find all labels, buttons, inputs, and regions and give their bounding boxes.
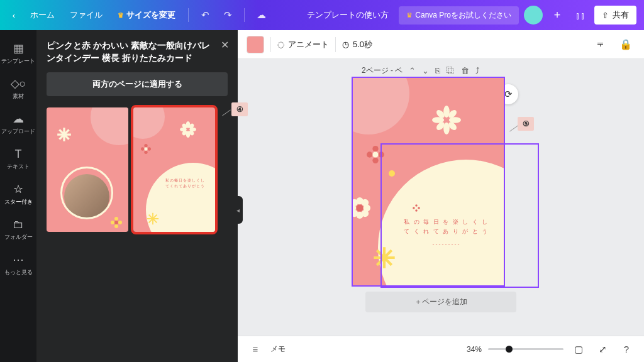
animate-button[interactable]: ◌アニメート: [277, 39, 329, 50]
redo-icon[interactable]: ↷: [219, 6, 236, 24]
animate-icon: ◌: [277, 40, 284, 49]
shapes-icon: ◇○: [11, 77, 26, 90]
back-icon[interactable]: ‹: [8, 11, 20, 20]
crown-icon: ♛: [406, 11, 413, 19]
chevron-up-icon[interactable]: ⌃: [409, 66, 416, 75]
invite-button[interactable]: +: [548, 6, 567, 25]
home-link[interactable]: ホーム: [25, 7, 60, 23]
svg-point-32: [356, 204, 363, 211]
canvas-area: ◌アニメート ◷5.0秒 ⫧ 🔒 2ページ - ペ ⌃ ⌄ ⎘ ⿻ 🗑 ⤴ ⟳: [238, 30, 644, 362]
svg-point-15: [144, 150, 147, 153]
svg-point-44: [413, 207, 415, 209]
trash-icon[interactable]: 🗑: [461, 66, 469, 75]
svg-point-38: [362, 199, 369, 206]
svg-point-17: [148, 147, 151, 150]
template-usage-link[interactable]: テンプレートの使い方: [302, 7, 394, 23]
pro-button[interactable]: ♛Canva Proをお試しください: [399, 6, 519, 25]
context-toolbar: ◌アニメート ◷5.0秒 ⫧ 🔒: [238, 30, 644, 59]
zoom-value[interactable]: 34%: [467, 345, 482, 354]
grid-icon: ▦: [13, 41, 24, 55]
cloud-icon[interactable]: ☁: [252, 6, 270, 24]
chevron-down-icon[interactable]: ⌄: [422, 66, 429, 75]
svg-point-0: [114, 221, 118, 224]
canvas-page[interactable]: 私 の 毎 日 を 楽 し く し て く れ て あ り が と う ----…: [353, 78, 504, 285]
card-dots: ---------: [397, 239, 496, 249]
svg-point-45: [418, 207, 420, 209]
template-thumb-2[interactable]: 私の毎日を楽しくしてくれてありがとう: [133, 107, 215, 232]
add-page-button[interactable]: ＋ページを追加: [365, 292, 516, 312]
undo-icon[interactable]: ↶: [196, 6, 214, 24]
svg-point-27: [372, 146, 378, 151]
annotation-5: ⑤: [518, 117, 534, 131]
rail-elements[interactable]: ◇○素材: [1, 72, 35, 106]
crown-icon: ♛: [118, 11, 124, 19]
svg-point-1: [114, 217, 118, 221]
resize-button[interactable]: ♛サイズを変更: [113, 7, 180, 23]
memo-button[interactable]: メモ: [270, 344, 286, 354]
page-count-icon[interactable]: ▢: [570, 341, 587, 358]
apply-both-button[interactable]: 両方のページに適用する: [47, 72, 228, 96]
notes-icon[interactable]: ≡: [247, 341, 264, 358]
panel-title: ピンクと赤 かわいい 素敵な一般向けバレンタインデー 横長 折りたたみカード: [47, 39, 228, 65]
svg-point-29: [367, 151, 372, 157]
text-icon: T: [15, 148, 22, 161]
fill-color-button[interactable]: [247, 36, 264, 53]
more-icon: ⋯: [13, 253, 24, 266]
side-rail: ▦テンプレート ◇○素材 ☁アップロード Tテキスト ☆スター付き 🗀フォルダー…: [0, 30, 36, 362]
rail-more[interactable]: ⋯もっと見る: [1, 248, 35, 282]
svg-point-4: [118, 221, 122, 224]
svg-point-41: [415, 207, 418, 209]
svg-point-13: [144, 147, 147, 150]
stage[interactable]: 2ページ - ペ ⌃ ⌄ ⎘ ⿻ 🗑 ⤴ ⟳ 私 の 毎 日 を 楽 し く: [238, 59, 644, 336]
svg-point-42: [415, 204, 418, 207]
clock-icon: ◷: [342, 40, 349, 49]
help-icon[interactable]: ?: [618, 341, 635, 358]
star-icon: ☆: [13, 182, 23, 196]
fullscreen-icon[interactable]: ⤢: [594, 341, 611, 358]
card-text-line1[interactable]: 私 の 毎 日 を 楽 し く し: [397, 217, 496, 227]
close-icon[interactable]: ✕: [221, 39, 229, 51]
svg-point-30: [379, 151, 384, 157]
insights-icon[interactable]: ⫿⫿: [572, 6, 589, 24]
upload-page-icon[interactable]: ⤴: [475, 66, 480, 75]
svg-point-2: [114, 224, 118, 228]
svg-point-28: [372, 158, 378, 163]
zoom-slider[interactable]: [488, 348, 564, 350]
share-icon: ⇧: [602, 11, 609, 20]
svg-point-3: [111, 221, 114, 224]
duplicate-icon[interactable]: ⿻: [447, 66, 455, 75]
rail-text[interactable]: Tテキスト: [1, 142, 35, 176]
share-button[interactable]: ⇧共有: [594, 6, 636, 25]
duration-button[interactable]: ◷5.0秒: [342, 39, 372, 50]
cloud-up-icon: ☁: [13, 112, 24, 126]
svg-point-43: [415, 209, 418, 212]
footer-bar: ≡ メモ 34% ▢ ⤢ ?: [238, 336, 644, 362]
rail-upload[interactable]: ☁アップロード: [1, 107, 35, 141]
lock-page-icon[interactable]: ⎘: [435, 66, 440, 75]
top-nav: ‹ ホーム ファイル ♛サイズを変更 ↶ ↷ ☁ テンプレートの使い方 ♛Can…: [0, 0, 644, 30]
lock-icon[interactable]: 🔒: [616, 35, 635, 54]
page-label[interactable]: 2ページ - ペ: [362, 65, 402, 76]
page-label-bar: 2ページ - ペ ⌃ ⌄ ⎘ ⿻ 🗑 ⤴: [362, 65, 480, 76]
svg-point-14: [144, 144, 147, 147]
template-thumb-1[interactable]: [47, 107, 128, 232]
file-menu[interactable]: ファイル: [65, 7, 108, 23]
avatar[interactable]: [524, 6, 543, 25]
rail-templates[interactable]: ▦テンプレート: [1, 36, 35, 70]
templates-panel: ✕ ピンクと赤 かわいい 素敵な一般向けバレンタインデー 横長 折りたたみカード…: [36, 30, 238, 362]
svg-point-16: [141, 147, 144, 150]
card-text-line2[interactable]: て く れ て あ り が と う: [397, 227, 496, 236]
svg-point-26: [372, 151, 378, 157]
folder-icon: 🗀: [13, 218, 24, 231]
position-icon[interactable]: ⫧: [591, 35, 610, 54]
divider: [244, 8, 245, 22]
divider: [188, 8, 189, 22]
svg-point-31: [389, 170, 395, 177]
rail-folder[interactable]: 🗀フォルダー: [1, 212, 35, 246]
rail-starred[interactable]: ☆スター付き: [1, 177, 35, 211]
svg-point-40: [362, 210, 369, 217]
